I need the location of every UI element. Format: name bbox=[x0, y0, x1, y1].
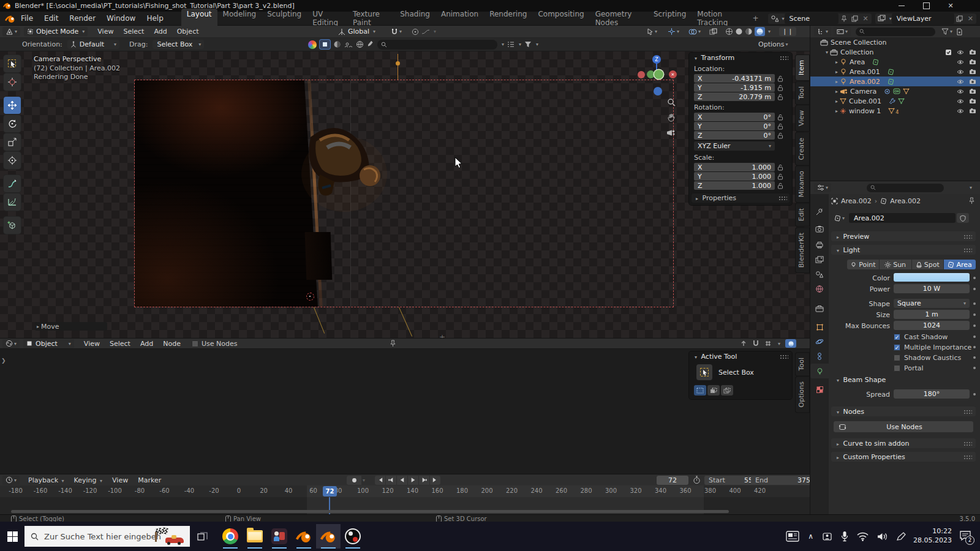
check-row-shadow-caustics[interactable]: Shadow Caustics bbox=[894, 354, 961, 362]
microphone-icon[interactable] bbox=[841, 531, 848, 542]
scale-z-field[interactable]: Z1.000 bbox=[694, 181, 775, 190]
new-view-layer-icon[interactable] bbox=[954, 15, 965, 22]
rotation-mode-dropdown[interactable]: XYZ Euler▾ bbox=[694, 141, 775, 151]
transform-panel-header[interactable]: ▾ Transform bbox=[693, 54, 734, 62]
asset-world-icon[interactable] bbox=[356, 40, 364, 48]
gizmo-x-handle[interactable] bbox=[638, 71, 645, 78]
pin-icon[interactable] bbox=[390, 340, 396, 347]
gizmo-x-neg-handle[interactable]: ✕ bbox=[669, 70, 677, 78]
disclosure-closed-icon[interactable]: ▸ bbox=[834, 79, 840, 84]
timeline-editor-type-button[interactable]: ▾ bbox=[2, 476, 20, 485]
asset-material-icon[interactable] bbox=[320, 40, 330, 49]
taskbar-search-input[interactable]: Zur Suche Text hier eingeben bbox=[24, 526, 190, 547]
asset-hdr-icon[interactable] bbox=[344, 41, 353, 48]
outliner-editor-type-button[interactable]: ▾ bbox=[814, 27, 831, 36]
frame-end-field[interactable]: End375 bbox=[751, 476, 815, 485]
next-keyframe-button[interactable] bbox=[419, 476, 429, 485]
jump-to-start-button[interactable] bbox=[375, 476, 385, 485]
checkbox-cast-shadow[interactable]: ✓ bbox=[894, 334, 900, 340]
fake-user-shield-icon[interactable] bbox=[957, 213, 969, 223]
clock[interactable]: 10:22 28.05.2023 bbox=[913, 527, 952, 545]
properties-tab-texture[interactable] bbox=[810, 382, 829, 397]
notification-center-icon[interactable]: 2 bbox=[959, 530, 971, 543]
properties-tab-physics[interactable] bbox=[810, 334, 829, 349]
properties-tab-scene[interactable] bbox=[810, 267, 829, 282]
panel-grip[interactable] bbox=[780, 56, 788, 60]
animate-dot[interactable] bbox=[973, 367, 976, 369]
timeline-menu-playback[interactable]: Playback ▾ bbox=[23, 476, 69, 484]
size-field[interactable]: 1 m bbox=[894, 310, 970, 319]
disclosure-closed-icon[interactable]: ▸ bbox=[834, 89, 840, 94]
viewport-menu-add[interactable]: Add bbox=[149, 28, 172, 36]
selectability-toggle[interactable]: ▾ bbox=[647, 28, 657, 36]
unlink-scene-icon[interactable]: ✕ bbox=[860, 15, 872, 23]
play-reverse-button[interactable] bbox=[397, 476, 407, 485]
obs-icon[interactable] bbox=[341, 524, 365, 549]
overlays-toggle[interactable]: ▾ bbox=[688, 28, 701, 36]
play-button[interactable] bbox=[408, 476, 418, 485]
location-y-field[interactable]: Y-1.915 m bbox=[694, 83, 775, 92]
power-field[interactable]: 10 W bbox=[894, 284, 970, 293]
move-tool-button[interactable] bbox=[4, 97, 21, 114]
pin-id-icon[interactable] bbox=[968, 197, 975, 204]
stopwatch-icon[interactable] bbox=[693, 476, 701, 484]
render-camera-icon[interactable] bbox=[969, 98, 976, 104]
view-layer-selector[interactable]: ▾ ViewLayer ✕ bbox=[875, 13, 976, 24]
hide-eye-icon[interactable] bbox=[957, 59, 964, 65]
checkbox-multiple-importance[interactable]: ✓ bbox=[894, 344, 900, 351]
shader-sidebar-tab-options[interactable]: Options bbox=[796, 377, 809, 412]
light-color-swatch[interactable] bbox=[894, 273, 970, 282]
rotation-y-field[interactable]: Y0° bbox=[694, 122, 775, 130]
scale-tool-button[interactable] bbox=[4, 133, 21, 151]
disclosure-closed-icon[interactable]: ▸ bbox=[834, 69, 840, 75]
cursor-tool-button[interactable] bbox=[4, 73, 21, 91]
outliner-display-mode-button[interactable]: ▾ bbox=[834, 27, 851, 36]
animate-dot[interactable] bbox=[973, 393, 976, 395]
animate-dot[interactable] bbox=[973, 324, 976, 327]
blender-menu-icon[interactable] bbox=[5, 14, 15, 23]
check-row-multiple-importance[interactable]: ✓Multiple Importance bbox=[894, 343, 971, 351]
disclosure-closed-icon[interactable]: ▸ bbox=[834, 99, 840, 104]
record-icon[interactable] bbox=[347, 476, 361, 485]
overlay-grid-icon[interactable] bbox=[764, 340, 772, 347]
gizmo-view-handle[interactable] bbox=[654, 70, 663, 79]
outliner-row-area[interactable]: ▸Area bbox=[810, 57, 980, 67]
scale-y-field[interactable]: Y1.000 bbox=[694, 172, 775, 181]
properties-subpanel-header[interactable]: ▸ Properties bbox=[692, 193, 790, 203]
close-button[interactable]: ✕ bbox=[938, 0, 963, 12]
pin-icon[interactable] bbox=[839, 15, 850, 22]
hide-eye-icon[interactable] bbox=[957, 69, 964, 75]
id-name-field[interactable]: Area.002 bbox=[849, 213, 956, 223]
light-type-sun[interactable]: Sun bbox=[880, 260, 911, 269]
lock-icon[interactable] bbox=[777, 173, 783, 180]
region-expand-chevron[interactable]: ❯ bbox=[1, 358, 6, 364]
speaker-icon[interactable] bbox=[877, 532, 888, 541]
outliner-search-input[interactable] bbox=[856, 28, 935, 36]
media-app-icon[interactable] bbox=[267, 524, 292, 549]
menu-file[interactable]: File bbox=[15, 14, 39, 23]
beam-shape-panel-header[interactable]: ▾ Beam Shape bbox=[831, 375, 976, 384]
menu-edit[interactable]: Edit bbox=[39, 14, 64, 23]
playhead[interactable]: 72 bbox=[323, 486, 337, 497]
wifi-icon[interactable] bbox=[857, 532, 869, 541]
options-dropdown[interactable]: Options▾ bbox=[758, 40, 788, 48]
location-z-field[interactable]: Z20.779 m bbox=[694, 92, 775, 101]
spread-field[interactable]: 180° bbox=[894, 389, 970, 399]
animate-dot[interactable] bbox=[973, 302, 976, 305]
start-button[interactable] bbox=[0, 524, 24, 549]
sidebar-tab-blenderkit[interactable]: BlenderKit bbox=[796, 228, 809, 272]
operator-panel[interactable]: ▸Move bbox=[35, 322, 107, 331]
hide-eye-icon[interactable] bbox=[957, 50, 964, 55]
outliner-row-cube-001[interactable]: ▸Cube.001 bbox=[810, 96, 980, 106]
properties-tab-tool[interactable] bbox=[810, 204, 829, 219]
scene-selector[interactable]: ▾ Scene ✕ bbox=[768, 13, 872, 24]
xray-toggle-icon[interactable] bbox=[709, 28, 717, 36]
timeline-menu-keying[interactable]: Keying ▾ bbox=[69, 476, 107, 484]
sidebar-tab-tool[interactable]: Tool bbox=[796, 81, 809, 104]
selectable-checkbox-icon[interactable] bbox=[945, 49, 952, 56]
blender-taskbar-icon-active[interactable] bbox=[316, 524, 341, 549]
hide-eye-icon[interactable] bbox=[957, 79, 964, 84]
hidden-icons-chevron[interactable]: ∧ bbox=[808, 532, 813, 541]
checkbox-shadow-caustics[interactable] bbox=[894, 354, 900, 361]
animate-dot[interactable] bbox=[973, 335, 976, 338]
